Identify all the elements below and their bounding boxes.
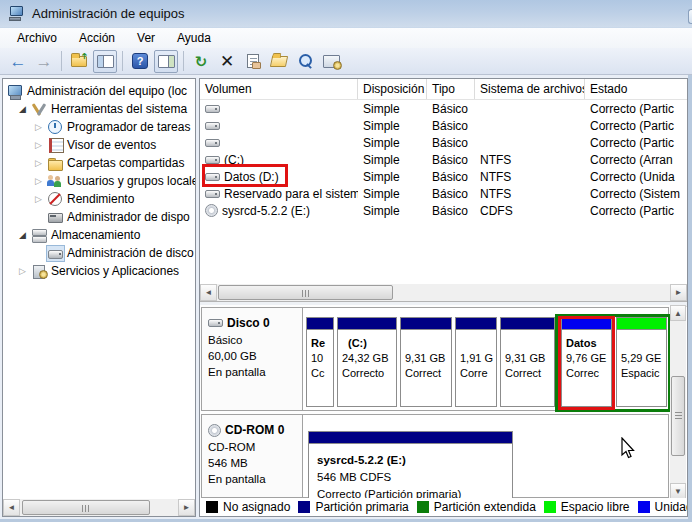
console-tree-icon	[97, 55, 114, 68]
back-button[interactable]: ←	[6, 50, 30, 73]
tree-label: Servicios y Aplicaciones	[51, 264, 179, 278]
legend-particion-primaria: Partición primaria	[298, 500, 408, 514]
tree-horizontal-scrollbar[interactable]: ◄ ►	[3, 499, 195, 516]
expander-icon[interactable]	[35, 159, 47, 168]
tree-item-programador-tareas[interactable]: Programador de tareas	[3, 118, 195, 136]
help-icon: ?	[132, 53, 148, 69]
tree-item-herramientas[interactable]: Herramientas del sistema	[3, 100, 195, 118]
tree-item-usuarios-grupos[interactable]: Usuarios y grupos locale	[3, 172, 195, 190]
console-tree-panel: Administración del equipo (loc Herramien…	[2, 78, 196, 517]
volume-icon	[205, 139, 220, 147]
expander-icon[interactable]	[35, 141, 47, 150]
volume-row[interactable]: Simple Básico Correcto (Partic	[200, 117, 687, 134]
column-estado[interactable]: Estado	[585, 79, 687, 99]
expander-icon[interactable]	[35, 195, 47, 204]
properties-button[interactable]	[241, 50, 265, 73]
scrollbar-thumb[interactable]	[218, 285, 393, 300]
delete-button[interactable]: ✕	[215, 50, 239, 73]
menu-archivo[interactable]: Archivo	[6, 29, 68, 47]
up-level-button[interactable]	[67, 50, 91, 73]
tree-item-carpetas-compartidas[interactable]: Carpetas compartidas	[3, 154, 195, 172]
show-action-pane-button[interactable]	[154, 50, 178, 73]
cdrom-status: En pantalla	[208, 471, 302, 487]
scrollbar-thumb[interactable]	[22, 500, 150, 515]
volume-row[interactable]: Simple Básico Correcto (Partic	[200, 134, 687, 151]
tree-item-visor-eventos[interactable]: Visor de eventos	[3, 136, 195, 154]
partition-reservado[interactable]: Re10Cc	[306, 317, 334, 407]
column-disposicion[interactable]: Disposición	[358, 79, 427, 99]
action-pane-icon	[158, 55, 175, 68]
storage-icon	[31, 228, 48, 243]
graphical-vertical-scrollbar[interactable]: ▲ ▼	[670, 305, 686, 499]
cd-icon	[205, 204, 218, 217]
tree-item-servicios-aplicaciones[interactable]: Servicios y Aplicaciones	[3, 262, 195, 280]
column-sistema-archivos[interactable]: Sistema de archivos	[475, 79, 585, 99]
disk-status: En pantalla	[208, 364, 302, 380]
computer-management-icon	[8, 6, 26, 22]
tree-item-equipo[interactable]: Administración del equipo (loc	[3, 82, 195, 100]
tree-label: Administración de disco	[67, 246, 194, 260]
expander-icon[interactable]	[19, 105, 31, 114]
partition-datos[interactable]: Datos9,76 GECorrec	[561, 317, 612, 407]
partition-type-bar	[456, 318, 496, 330]
volume-row-datos[interactable]: Datos (D:) Simple Básico NTFS Correcto (…	[200, 168, 687, 185]
tree-label: Administración del equipo (loc	[27, 84, 187, 98]
legend-color-swatch	[544, 501, 556, 513]
scroll-right-icon[interactable]: ►	[178, 499, 195, 516]
forward-button[interactable]: →	[32, 50, 56, 73]
computer-icon	[7, 84, 24, 99]
legend-espacio-libre: Espacio libre	[544, 500, 630, 514]
menu-ayuda[interactable]: Ayuda	[166, 29, 222, 47]
tree-item-rendimiento[interactable]: Rendimiento	[3, 190, 195, 208]
partition-931b[interactable]: 9,31 GBCorrect	[500, 317, 555, 407]
scroll-down-icon[interactable]: ▼	[670, 483, 686, 499]
open-button[interactable]	[267, 50, 291, 73]
tree-item-administrador-dispositivos[interactable]: Administrador de dispo	[3, 208, 195, 226]
zoom-button[interactable]	[293, 50, 317, 73]
tree-label: Herramientas del sistema	[51, 102, 187, 116]
scroll-left-icon[interactable]: ◄	[200, 284, 217, 301]
disk0-label[interactable]: Disco 0 Básico 60,00 GB En pantalla	[202, 308, 303, 410]
scroll-up-icon[interactable]: ▲	[670, 305, 686, 321]
menu-ver[interactable]: Ver	[126, 29, 166, 47]
back-icon: ←	[10, 53, 27, 70]
toolbar: ← → ? ↻ ✕	[0, 48, 692, 75]
scroll-left-icon[interactable]: ◄	[3, 499, 20, 516]
column-tipo[interactable]: Tipo	[427, 79, 475, 99]
volume-row[interactable]: Simple Básico Correcto (Partic	[200, 100, 687, 117]
window-control-button-partial[interactable]	[688, 9, 692, 24]
expander-icon[interactable]	[35, 177, 47, 186]
clock-icon	[47, 120, 64, 135]
disk0-row: Disco 0 Básico 60,00 GB En pantalla Re10…	[201, 307, 669, 411]
refresh-button[interactable]: ↻	[189, 50, 213, 73]
partition-sysrcd[interactable]: sysrcd-5.2.2 (E:)546 MB CDFSCorrecto (Pa…	[308, 431, 513, 499]
disk-size: 60,00 GB	[208, 348, 302, 364]
window-title: Administración de equipos	[32, 6, 184, 21]
expander-icon[interactable]	[35, 123, 47, 132]
expander-icon[interactable]	[19, 267, 31, 276]
list-horizontal-scrollbar[interactable]: ◄ ►	[200, 284, 687, 301]
help-button[interactable]: ?	[128, 50, 152, 73]
partition-931a[interactable]: 9,31 GBCorrect	[400, 317, 452, 407]
partition-free-space[interactable]: 5,29 GEEspacic	[616, 317, 667, 407]
show-console-tree-button[interactable]	[93, 50, 117, 73]
menu-accion[interactable]: Acción	[68, 29, 126, 47]
tree-label: Almacenamiento	[51, 228, 140, 242]
volume-row-sysrcd[interactable]: sysrcd-5.2.2 (E:) Simple Básico CDFS Cor…	[200, 202, 687, 219]
scrollbar-thumb[interactable]	[671, 376, 685, 456]
expander-icon[interactable]	[19, 231, 31, 240]
volume-row-reservado[interactable]: Reservado para el sistema Simple Básico …	[200, 185, 687, 202]
partition-c[interactable]: (C:)24,32 GBCorrecto	[337, 317, 397, 407]
tree-item-administracion-discos[interactable]: Administración de disco	[3, 244, 195, 262]
volume-row-c[interactable]: (C:) Simple Básico NTFS Correcto (Arran	[200, 151, 687, 168]
tree-item-almacenamiento[interactable]: Almacenamiento	[3, 226, 195, 244]
tools-icon	[31, 102, 48, 117]
scroll-right-icon[interactable]: ►	[670, 284, 687, 301]
cdrom-row: CD-ROM 0 CD-ROM 546 MB En pantalla sysrc…	[201, 414, 669, 498]
cdrom-label[interactable]: CD-ROM 0 CD-ROM 546 MB En pantalla	[202, 415, 303, 497]
title-bar: Administración de equipos	[0, 0, 692, 28]
menu-bar: Archivo Acción Ver Ayuda	[0, 28, 692, 48]
customize-console-button[interactable]	[319, 50, 343, 73]
column-volumen[interactable]: Volumen	[200, 79, 358, 99]
partition-191[interactable]: 1,91 GCorre	[455, 317, 497, 407]
